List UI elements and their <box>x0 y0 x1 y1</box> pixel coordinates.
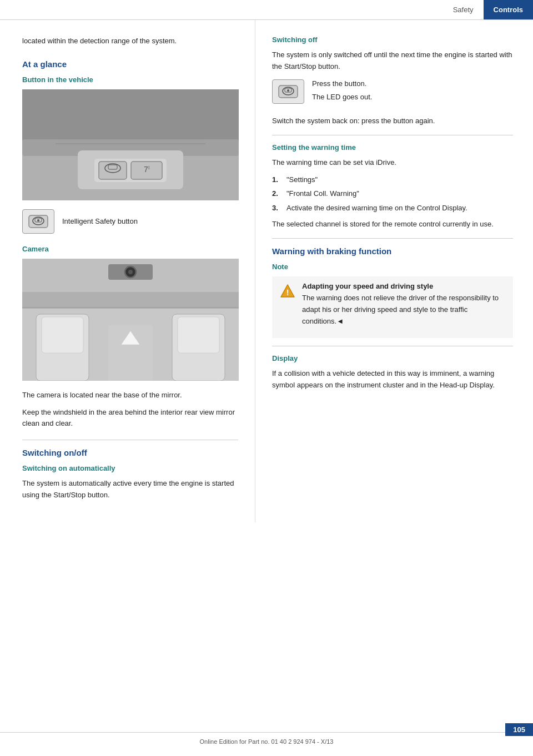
camera-image <box>22 259 239 381</box>
list-text-2: "Frontal Coll. Warning" <box>286 188 359 199</box>
list-item-2: 2. "Frontal Coll. Warning" <box>272 188 513 199</box>
right-divider-2 <box>272 238 513 239</box>
list-num-3: 3. <box>272 203 282 214</box>
intelligent-safety-icon-row: Intelligent Safety button <box>22 209 238 234</box>
switching-on-off-heading: Switching on/off <box>22 448 238 457</box>
svg-point-15 <box>37 219 39 221</box>
list-num-1: 1. <box>272 174 282 185</box>
svg-rect-26 <box>178 317 219 353</box>
page-number: 105 <box>505 723 533 736</box>
left-divider <box>22 440 238 440</box>
stored-text: The selected channel is stored for the r… <box>272 219 513 230</box>
list-text-1: "Settings" <box>286 174 318 185</box>
header-controls-label: Controls <box>484 0 533 19</box>
vehicle-button-image: 7ˡ <box>22 89 239 200</box>
right-divider-3 <box>272 346 513 346</box>
note-title: Adapting your speed and driving style <box>302 282 505 290</box>
car-safety-icon <box>28 213 49 230</box>
note-box: ! Adapting your speed and driving style … <box>272 276 513 338</box>
main-content: located within the detection range of th… <box>0 20 533 522</box>
page-footer: Online Edition for Part no. 01 40 2 924 … <box>0 732 533 745</box>
left-column: located within the detection range of th… <box>0 20 255 522</box>
list-item-3: 3. Activate the desired warning time on … <box>272 203 513 214</box>
camera-svg <box>22 259 239 381</box>
note-heading: Note <box>272 263 513 271</box>
svg-point-20 <box>128 270 133 274</box>
controls-text: Controls <box>494 6 523 14</box>
camera-heading: Camera <box>22 245 238 253</box>
list-item-1: 1. "Settings" <box>272 174 513 185</box>
safety-text: Safety <box>453 6 474 14</box>
svg-text:!: ! <box>286 288 289 297</box>
right-column: Switching off The system is only switche… <box>255 20 533 522</box>
warning-triangle-icon: ! <box>280 283 295 299</box>
intelligent-safety-label: Intelligent Safety button <box>62 217 138 225</box>
display-text: If a collision with a vehicle detected i… <box>272 368 513 391</box>
page-header: Safety Controls <box>0 0 533 20</box>
switch-back-text: Switch the system back on: press the but… <box>272 115 513 127</box>
list-text-3: Activate the desired warning time on the… <box>286 203 467 214</box>
at-a-glance-heading: At a glance <box>22 59 238 69</box>
svg-rect-23 <box>42 317 83 353</box>
svg-text:7ˡ: 7ˡ <box>144 165 149 174</box>
footer-online-edition: Online Edition for Part no. 01 40 2 924 … <box>200 738 334 745</box>
switching-on-text: The system is automatically active every… <box>22 478 238 501</box>
intro-paragraph: located within the detection range of th… <box>22 36 238 47</box>
warning-time-list: 1. "Settings" 2. "Frontal Coll. Warning"… <box>272 174 513 214</box>
switching-icon-row: Press the button. The LED goes out. <box>272 78 513 109</box>
switching-on-auto-heading: Switching on automatically <box>22 464 238 472</box>
switching-off-heading: Switching off <box>272 36 513 44</box>
warning-braking-heading: Warning with braking function <box>272 246 513 256</box>
switching-off-text: The system is only switched off until th… <box>272 49 513 73</box>
note-content: Adapting your speed and driving style Th… <box>302 282 505 332</box>
right-divider-1 <box>272 135 513 135</box>
warning-time-text: The warning time can be set via iDrive. <box>272 157 513 169</box>
setting-warning-time-heading: Setting the warning time <box>272 143 513 152</box>
button-in-vehicle-heading: Button in the vehicle <box>22 75 238 84</box>
camera-text-2: Keep the windshield in the area behind t… <box>22 407 238 430</box>
switch-text-block: Press the button. The LED goes out. <box>312 78 372 109</box>
press-button-text: Press the button. <box>312 78 372 90</box>
switch-car-icon <box>278 83 299 100</box>
note-body-text: The warning does not relieve the driver … <box>302 293 505 327</box>
header-safety-label: Safety <box>443 0 484 19</box>
display-heading: Display <box>272 354 513 362</box>
svg-rect-5 <box>99 162 127 179</box>
svg-point-32 <box>287 89 289 92</box>
led-goes-out-text: The LED goes out. <box>312 92 372 103</box>
list-num-2: 2. <box>272 188 282 199</box>
switching-icon-box <box>272 79 304 104</box>
safety-button-icon-box <box>22 209 54 234</box>
vehicle-interior-svg: 7ˡ <box>22 89 239 200</box>
camera-text-1: The camera is located near the base of t… <box>22 390 238 401</box>
